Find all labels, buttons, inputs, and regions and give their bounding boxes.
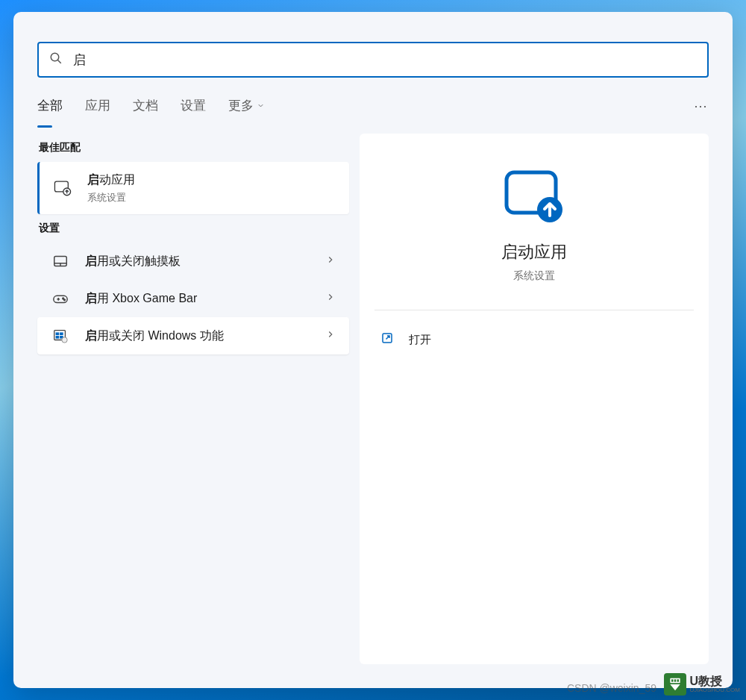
svg-point-0 — [51, 53, 59, 61]
result-subtitle: 系统设置 — [87, 191, 336, 204]
tab-apps[interactable]: 应用 — [85, 97, 110, 128]
svg-rect-15 — [56, 336, 60, 339]
filter-tabs: 全部 应用 文档 设置 更多 ⋯ — [13, 84, 733, 128]
result-touchpad[interactable]: 启用或关闭触摸板 — [37, 243, 349, 280]
result-windows-features[interactable]: 启用或关闭 Windows 功能 — [37, 317, 349, 354]
result-title: 启用 Xbox Game Bar — [85, 291, 319, 307]
svg-point-17 — [62, 337, 67, 343]
tab-settings[interactable]: 设置 — [181, 97, 206, 128]
windows-features-icon — [51, 326, 70, 346]
svg-rect-14 — [60, 332, 63, 335]
result-gamebar[interactable]: 启用 Xbox Game Bar — [37, 280, 349, 317]
preview-panel: 启动应用 系统设置 打开 — [360, 134, 709, 664]
section-settings-label: 设置 — [39, 222, 349, 235]
chevron-down-icon — [257, 99, 265, 113]
svg-line-1 — [57, 60, 61, 63]
result-best-match[interactable]: 启动应用 系统设置 — [37, 162, 349, 214]
result-title: 启动应用 — [87, 172, 336, 188]
startup-apps-icon — [53, 178, 72, 198]
chevron-right-icon — [325, 329, 336, 343]
results-column: 最佳匹配 启动应用 系统设置 设置 启用或关闭触摸板 — [37, 134, 349, 664]
svg-rect-23 — [674, 679, 677, 681]
svg-point-10 — [63, 298, 64, 299]
svg-rect-13 — [56, 332, 60, 335]
open-icon — [380, 331, 394, 348]
gamebar-icon — [51, 289, 70, 308]
preview-subtitle: 系统设置 — [513, 269, 555, 283]
chevron-right-icon — [325, 292, 336, 305]
svg-point-11 — [64, 299, 66, 301]
touchpad-icon — [51, 251, 70, 271]
svg-rect-22 — [671, 679, 674, 681]
tab-more[interactable]: 更多 — [228, 97, 265, 128]
tab-documents[interactable]: 文档 — [133, 97, 158, 128]
search-input[interactable] — [73, 52, 697, 67]
chevron-right-icon — [325, 254, 336, 268]
ujiao-badge: U教授 UJIAOSHOU.COM — [664, 673, 740, 696]
search-icon — [49, 51, 63, 68]
result-title: 启用或关闭触摸板 — [85, 254, 319, 269]
tab-all[interactable]: 全部 — [37, 97, 63, 128]
action-open[interactable]: 打开 — [374, 324, 694, 355]
watermark-text: CSDN @weixin_59 — [567, 682, 656, 694]
preview-startup-apps-icon — [502, 169, 566, 223]
action-open-label: 打开 — [409, 333, 431, 347]
result-title: 启用或关闭 Windows 功能 — [85, 328, 319, 344]
tab-more-label: 更多 — [228, 97, 254, 114]
badge-sub: UJIAOSHOU.COM — [689, 687, 740, 693]
more-options-button[interactable]: ⋯ — [694, 98, 709, 128]
svg-rect-24 — [677, 679, 680, 681]
search-bar[interactable] — [37, 42, 709, 78]
badge-icon — [664, 673, 686, 696]
section-best-match-label: 最佳匹配 — [39, 141, 349, 154]
search-window: 全部 应用 文档 设置 更多 ⋯ 最佳匹配 启动应用 系统设置 设置 — [13, 12, 733, 688]
divider — [374, 310, 694, 310]
preview-title: 启动应用 — [501, 241, 567, 263]
badge-name: U教授 — [689, 675, 740, 687]
